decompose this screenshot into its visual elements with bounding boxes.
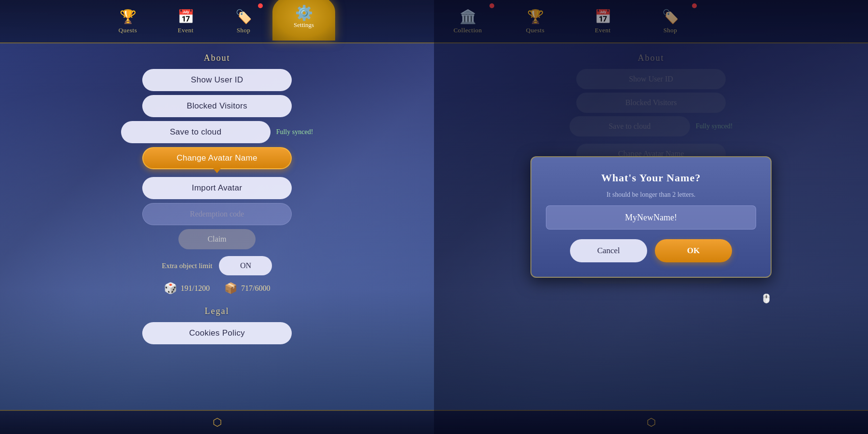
name-dialog: What's Your Name? It should be longer th… bbox=[530, 156, 772, 278]
show-user-id-button[interactable]: Show User ID bbox=[142, 69, 292, 91]
count-item-1: 🎲 191/1200 bbox=[164, 282, 210, 295]
legal-section-title: Legal bbox=[205, 306, 230, 316]
redemption-code-input[interactable]: Redemption code bbox=[142, 203, 292, 225]
nav-item-settings[interactable]: ⚙️ Settings bbox=[272, 0, 335, 41]
redemption-placeholder: Redemption code bbox=[190, 210, 244, 218]
event-icon: 📅 bbox=[177, 9, 194, 25]
nav-settings-label: Settings bbox=[294, 21, 314, 29]
cookies-policy-button[interactable]: Cookies Policy bbox=[142, 322, 292, 344]
change-avatar-name-container: Change Avatar Name bbox=[142, 147, 292, 173]
shop-badge bbox=[258, 3, 263, 8]
nav-shop-label: Shop bbox=[237, 27, 251, 34]
dialog-overlay: What's Your Name? It should be longer th… bbox=[434, 0, 868, 434]
dropdown-arrow bbox=[213, 168, 221, 173]
left-nav-bar: 🏆 Quests 📅 Event 🏷️ Shop ⚙️ Settings bbox=[0, 0, 434, 43]
save-to-cloud-button[interactable]: Save to cloud bbox=[121, 121, 271, 143]
count-2-value: 717/6000 bbox=[241, 284, 270, 293]
mouse-cursor: 🖱️ bbox=[761, 293, 772, 304]
dialog-name-input[interactable]: MyNewName! bbox=[546, 205, 756, 230]
claim-button[interactable]: Claim bbox=[178, 229, 256, 249]
change-avatar-name-button[interactable]: Change Avatar Name bbox=[142, 147, 292, 169]
fully-synced-label: Fully synced! bbox=[276, 128, 313, 136]
right-panel: 🏛️ Collection 🏆 Quests 📅 Event 🏷️ Shop A… bbox=[434, 0, 868, 434]
dialog-ok-button[interactable]: OK bbox=[655, 239, 732, 262]
dialog-subtitle: It should be longer than 2 letters. bbox=[546, 191, 756, 199]
dialog-cancel-button[interactable]: Cancel bbox=[570, 239, 647, 262]
quests-icon: 🏆 bbox=[120, 9, 136, 25]
bottom-emblem-icon: ⬡ bbox=[213, 416, 222, 429]
shop-icon: 🏷️ bbox=[235, 9, 252, 25]
nav-quests-label: Quests bbox=[119, 27, 137, 34]
count-item-2: 📦 717/6000 bbox=[224, 282, 270, 295]
dialog-buttons: Cancel OK bbox=[546, 239, 756, 262]
dialog-title: What's Your Name? bbox=[546, 172, 756, 184]
nav-item-quests[interactable]: 🏆 Quests bbox=[99, 0, 157, 43]
save-cloud-row: Save to cloud Fully synced! bbox=[121, 121, 313, 143]
object-limit-row: Extra object limit ON bbox=[162, 256, 272, 275]
nav-item-shop[interactable]: 🏷️ Shop bbox=[215, 0, 272, 43]
count-1-value: 191/1200 bbox=[181, 284, 210, 293]
dialog-input-value: MyNewName! bbox=[625, 213, 677, 223]
toggle-on-button[interactable]: ON bbox=[219, 256, 272, 275]
nav-item-event[interactable]: 📅 Event bbox=[157, 0, 215, 43]
blocked-visitors-button[interactable]: Blocked Visitors bbox=[142, 95, 292, 117]
extra-object-limit-label: Extra object limit bbox=[162, 262, 213, 270]
cube-icon-2: 📦 bbox=[224, 282, 237, 295]
object-counts-row: 🎲 191/1200 📦 717/6000 bbox=[164, 282, 271, 295]
left-panel: 🏆 Quests 📅 Event 🏷️ Shop ⚙️ Settings Abo… bbox=[0, 0, 434, 434]
settings-icon: ⚙️ bbox=[295, 4, 313, 21]
cube-icon-1: 🎲 bbox=[164, 282, 177, 295]
left-bottom-bar: ⬡ bbox=[0, 410, 434, 434]
nav-event-label: Event bbox=[178, 27, 194, 34]
left-content-area: About Show User ID Blocked Visitors Save… bbox=[0, 43, 434, 434]
import-avatar-button[interactable]: Import Avatar bbox=[142, 177, 292, 199]
about-section-title: About bbox=[204, 53, 231, 63]
